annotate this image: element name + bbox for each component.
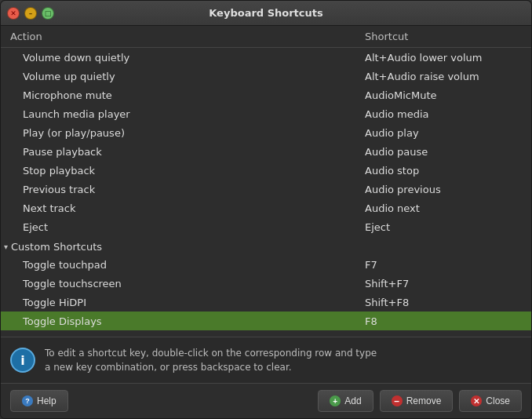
close-button[interactable]: ✕ Close	[459, 390, 522, 412]
table-row[interactable]: Play (or play/pause) Audio play	[1, 123, 531, 142]
shortcut-cell: Eject	[365, 221, 522, 233]
main-content: Action Shortcut Volume down quietly Alt+…	[1, 26, 531, 418]
action-cell: Toggle touchscreen	[10, 278, 365, 290]
shortcuts-table[interactable]: Volume down quietly Alt+Audio lower volu…	[1, 48, 531, 337]
action-cell: Toggle Displays	[10, 315, 365, 327]
keyboard-shortcuts-window: ✕ – □ Keyboard Shortcuts Action Shortcut…	[0, 0, 532, 419]
shortcut-cell: Audio media	[365, 108, 522, 120]
add-label: Add	[344, 395, 361, 406]
shortcut-cell: Alt+Audio raise volum	[365, 71, 522, 82]
action-cell: Volume down quietly	[10, 52, 365, 64]
shortcut-cell: F8	[365, 315, 522, 327]
shortcut-cell: Shift+F7	[365, 278, 522, 290]
action-column-header: Action	[10, 31, 365, 42]
action-cell: Pause playback	[10, 146, 365, 158]
action-cell: Previous track	[10, 184, 365, 195]
shortcut-column-header: Shortcut	[365, 31, 522, 42]
close-label: Close	[486, 395, 510, 406]
table-row-selected[interactable]: Toggle Displays F8	[1, 312, 531, 330]
maximize-window-button[interactable]: □	[42, 7, 54, 20]
info-bar: i To edit a shortcut key, double-click o…	[1, 337, 531, 384]
shortcut-cell: Alt+Audio lower volum	[365, 52, 522, 64]
minimize-window-button[interactable]: –	[24, 7, 37, 20]
shortcut-cell: AudioMicMute	[365, 89, 522, 101]
add-button[interactable]: + Add	[318, 390, 373, 412]
action-cell: Volume up quietly	[10, 71, 365, 82]
table-header: Action Shortcut	[1, 26, 531, 48]
remove-button[interactable]: – Remove	[380, 390, 454, 412]
action-cell: Stop playback	[10, 165, 365, 177]
custom-shortcuts-section[interactable]: ▾ Custom Shortcuts	[1, 236, 531, 255]
remove-icon: –	[392, 395, 403, 406]
table-row[interactable]: Eject Eject	[1, 217, 531, 236]
action-cell: Launch media player	[10, 108, 365, 120]
shortcut-cell: Audio stop	[365, 165, 522, 177]
table-row[interactable]: Volume down quietly Alt+Audio lower volu…	[1, 48, 531, 67]
table-row[interactable]: Next track Audio next	[1, 199, 531, 217]
table-row[interactable]: Launch media player Audio media	[1, 104, 531, 123]
shortcut-cell: Shift+F8	[365, 297, 522, 308]
shortcut-cell: F7	[365, 259, 522, 271]
table-row[interactable]: Previous track Audio previous	[1, 180, 531, 199]
chevron-down-icon: ▾	[4, 242, 8, 251]
table-row[interactable]: Toggle touchscreen Shift+F7	[1, 274, 531, 293]
add-icon: +	[330, 395, 341, 406]
remove-label: Remove	[406, 395, 442, 406]
button-bar: ? Help + Add – Remove ✕ Close	[1, 384, 531, 418]
table-row[interactable]: Pause playback Audio pause	[1, 142, 531, 161]
window-title: Keyboard Shortcuts	[209, 7, 322, 19]
info-line-1: To edit a shortcut key, double-click on …	[45, 346, 377, 360]
titlebar: ✕ – □ Keyboard Shortcuts	[1, 1, 531, 26]
table-row[interactable]: Toggle HiDPI Shift+F8	[1, 293, 531, 312]
help-button[interactable]: ? Help	[10, 390, 68, 412]
help-label: Help	[37, 395, 56, 406]
action-cell: Microphone mute	[10, 89, 365, 101]
close-icon: ✕	[471, 395, 482, 406]
action-cell: Toggle HiDPI	[10, 297, 365, 308]
shortcut-cell: Audio pause	[365, 146, 522, 158]
shortcut-cell: Audio next	[365, 202, 522, 214]
table-row[interactable]: Microphone mute AudioMicMute	[1, 86, 531, 104]
close-window-button[interactable]: ✕	[7, 7, 20, 20]
window-controls: ✕ – □	[7, 7, 54, 20]
action-cell: Toggle touchpad	[10, 259, 365, 271]
action-cell: Eject	[10, 221, 365, 233]
help-icon: ?	[22, 395, 33, 406]
table-row[interactable]: Toggle touchpad F7	[1, 255, 531, 274]
action-cell: Play (or play/pause)	[10, 127, 365, 139]
table-row[interactable]: Stop playback Audio stop	[1, 161, 531, 180]
table-row[interactable]: Volume up quietly Alt+Audio raise volum	[1, 67, 531, 86]
shortcut-cell: Audio previous	[365, 184, 522, 195]
action-cell: Next track	[10, 202, 365, 214]
section-label: Custom Shortcuts	[11, 241, 102, 253]
shortcut-cell: Audio play	[365, 127, 522, 139]
info-line-2: a new key combination, or press backspac…	[45, 360, 377, 374]
info-text: To edit a shortcut key, double-click on …	[45, 346, 377, 374]
info-icon: i	[10, 348, 35, 373]
